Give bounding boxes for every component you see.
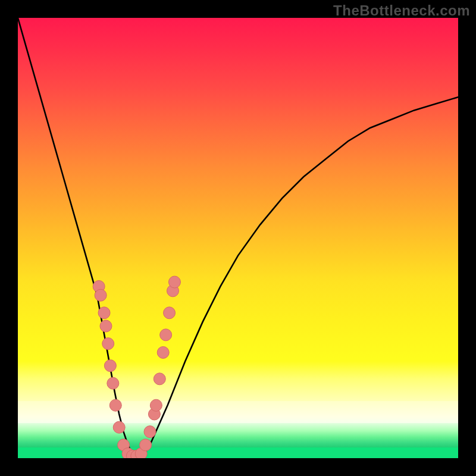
data-marker <box>95 289 107 301</box>
chart-frame: TheBottleneck.com <box>0 0 476 476</box>
data-marker <box>100 320 112 332</box>
data-marker <box>157 346 169 358</box>
data-marker <box>107 377 119 389</box>
data-marker <box>154 373 165 385</box>
data-marker <box>102 338 114 350</box>
data-marker <box>98 307 110 319</box>
data-marker <box>164 307 176 319</box>
curve-markers <box>18 18 458 458</box>
watermark-text: TheBottleneck.com <box>333 2 470 19</box>
data-marker <box>140 439 152 451</box>
data-marker <box>104 360 116 372</box>
data-marker <box>109 399 121 411</box>
data-marker <box>144 426 156 438</box>
data-marker <box>168 276 180 288</box>
data-marker <box>113 421 125 433</box>
plot-area <box>18 18 458 458</box>
data-marker <box>160 329 172 341</box>
data-marker <box>150 399 162 411</box>
